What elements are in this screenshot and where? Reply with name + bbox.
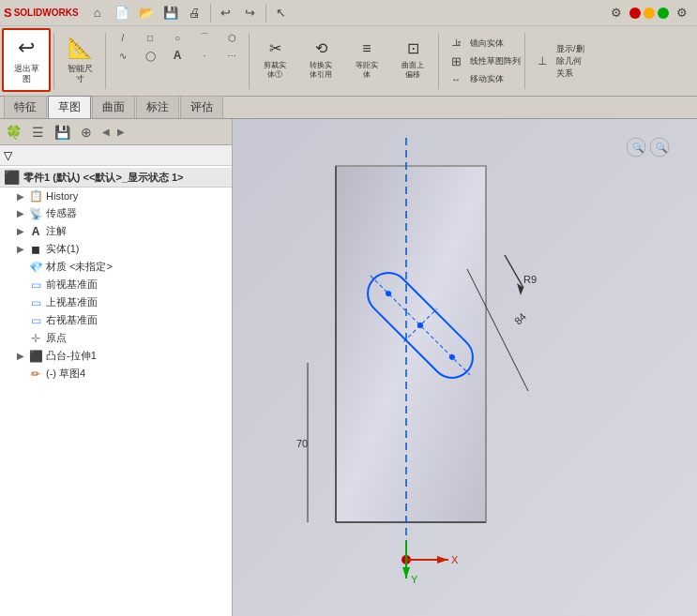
arrow: ▶ [17, 368, 28, 379]
smart-dim-icon: 📐 [68, 35, 93, 62]
svg-text:🔍: 🔍 [656, 142, 668, 154]
extrude1-icon: ⬛ [28, 350, 43, 363]
move-icon-btn[interactable]: ↔ [443, 70, 469, 87]
panel-nav-next[interactable]: ▶ [114, 122, 128, 143]
line-tools-row2: ∿ ◯ A · ⋯ [110, 47, 245, 64]
point-button[interactable]: · [191, 47, 218, 64]
top-plane-icon: ▭ [28, 296, 43, 309]
tree-item-history[interactable]: ▶ 📋 History [0, 188, 232, 204]
move-row: ↔ 移动实体 [443, 70, 521, 87]
divider-5 [524, 33, 525, 89]
options-button[interactable]: ⚙ [605, 3, 628, 23]
arc-button[interactable]: ⌒ [191, 29, 218, 46]
panel-icon-4[interactable]: ⊕ [75, 122, 98, 143]
tab-dimension[interactable]: 标注 [136, 96, 179, 118]
extrude1-label: 凸台-拉伸1 [46, 349, 97, 363]
undo-button[interactable]: ↩ [215, 3, 237, 23]
sensor-label: 传感器 [46, 206, 77, 220]
yellow-light [644, 8, 655, 19]
offset-button[interactable]: ≡ 等距实体 [344, 28, 389, 92]
toolbar-spacer [586, 28, 695, 94]
panel-icon-3[interactable]: 💾 [51, 122, 73, 143]
red-light [629, 8, 641, 19]
traffic-lights [629, 8, 669, 19]
arrow: ▶ [17, 208, 28, 218]
tree-item-front-plane[interactable]: ▶ ▭ 前视基准面 [0, 276, 232, 293]
origin-icon: ✛ [28, 332, 43, 345]
tree-item-annotation[interactable]: ▶ A 注解 [0, 222, 232, 240]
settings-button[interactable]: ⚙ [671, 3, 693, 23]
arrow: ▶ [17, 351, 28, 361]
tree-item-origin[interactable]: ▶ ✛ 原点 [0, 329, 232, 347]
solid-label: 实体(1) [46, 242, 79, 256]
surface-offset-button[interactable]: ⊡ 曲面上偏移 [390, 28, 435, 92]
save-button[interactable]: 💾 [159, 3, 182, 23]
tree-item-sketch4[interactable]: ▶ ✏ (-) 草图4 [0, 365, 232, 383]
tree-item-solid[interactable]: ▶ ◼ 实体(1) [0, 240, 232, 258]
panel-icon-1[interactable]: 🍀 [2, 122, 24, 143]
exit-sketch-icon: ↩ [18, 35, 35, 62]
line-tools-group: / □ ○ ⌒ ⬡ ∿ ◯ A · ⋯ [109, 28, 246, 94]
tab-feature[interactable]: 特征 [4, 96, 47, 118]
print-button[interactable]: 🖨 [184, 3, 206, 23]
line-button[interactable]: / [110, 29, 136, 46]
show-relations-row: ⊥ 显示/删除几何关系 [529, 43, 584, 80]
solidworks-logo: S [4, 6, 12, 20]
quick-access-toolbar: S SOLIDWORKS ⌂ 📄 📂 💾 🖨 ↩ ↪ ↖ ⚙ ⚙ [0, 0, 697, 26]
select-button[interactable]: ↖ [270, 3, 293, 23]
relations-group: ⊥ 显示/删除几何关系 [528, 28, 585, 94]
surface-offset-icon: ⊡ [407, 39, 419, 59]
tab-evaluate[interactable]: 评估 [180, 96, 223, 118]
convert-button[interactable]: ⟲ 转换实体引用 [298, 28, 343, 92]
trim-label: 剪裁实体① [264, 61, 286, 81]
sketch4-icon: ✏ [28, 368, 43, 381]
tree-item-top-plane[interactable]: ▶ ▭ 上视基准面 [0, 293, 232, 311]
array-row: ⊞ 线性草图阵列 [443, 53, 521, 69]
open-button[interactable]: 📂 [135, 3, 158, 23]
tab-row: 特征 草图 曲面 标注 评估 [0, 97, 697, 119]
viewport[interactable]: 70 84 R9 [233, 119, 697, 616]
show-rel-label: 显示/删除几何关系 [556, 43, 584, 80]
svg-text:X: X [451, 554, 459, 565]
history-label: History [46, 190, 78, 202]
divider-2 [105, 33, 106, 89]
smart-dimension-button[interactable]: 📐 智能尺寸 [57, 28, 102, 92]
arrow: ▶ [17, 297, 28, 308]
circle-button[interactable]: ○ [164, 29, 190, 46]
show-rel-icon[interactable]: ⊥ [529, 53, 555, 69]
mirror-left-icon: ⫡ [443, 35, 469, 52]
panel-nav-prev[interactable]: ◀ [99, 122, 113, 143]
home-button[interactable]: ⌂ [86, 3, 109, 23]
arrow: ▶ [17, 262, 28, 272]
array-icon-btn[interactable]: ⊞ [443, 53, 469, 69]
svg-text:Y: Y [411, 574, 418, 585]
trim-button[interactable]: ✂ 剪裁实体① [252, 28, 297, 92]
exit-sketch-button[interactable]: ↩ 退出草图 [2, 28, 51, 92]
redo-button[interactable]: ↪ [239, 3, 262, 23]
tab-surface[interactable]: 曲面 [92, 96, 135, 118]
tab-sketch[interactable]: 草图 [48, 96, 91, 118]
polygon-button[interactable]: ⬡ [219, 29, 245, 46]
tree-item-material[interactable]: ▶ 💎 材质 <未指定> [0, 258, 232, 276]
text-button[interactable]: A [164, 47, 190, 64]
move-label: 移动实体 [470, 73, 504, 85]
new-button[interactable]: 📄 [111, 3, 133, 23]
mirror-label: 镜向实体 [470, 38, 504, 50]
front-plane-label: 前视基准面 [46, 278, 98, 292]
spline-button[interactable]: ∿ [110, 47, 136, 64]
more-button[interactable]: ⋯ [219, 47, 245, 64]
panel-icon-2[interactable]: ☰ [26, 122, 49, 143]
ellipse-button[interactable]: ◯ [137, 47, 163, 64]
trim-icon: ✂ [269, 39, 281, 59]
tree-item-extrude1[interactable]: ▶ ⬛ 凸台-拉伸1 [0, 347, 232, 365]
arrow: ▶ [17, 315, 28, 325]
surface-offset-label: 曲面上偏移 [402, 61, 424, 81]
offset-icon: ≡ [362, 39, 371, 59]
svg-text:🔍: 🔍 [632, 142, 644, 154]
tree-item-sensor[interactable]: ▶ 📡 传感器 [0, 204, 232, 222]
rect-button[interactable]: □ [137, 29, 163, 46]
solidworks-text: SOLIDWORKS [14, 8, 79, 18]
tree-item-right-plane[interactable]: ▶ ▭ 右视基准面 [0, 311, 232, 329]
divider [210, 4, 211, 23]
green-light [658, 8, 669, 19]
